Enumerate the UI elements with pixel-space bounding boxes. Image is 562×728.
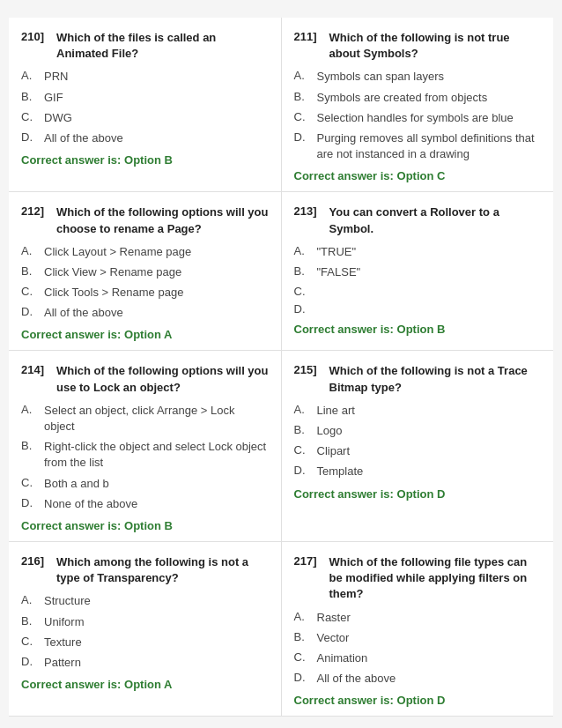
opt-letter: A.	[21, 69, 37, 82]
opt-text: Logo	[317, 423, 343, 439]
q211-num: 211]	[294, 30, 322, 62]
opt-letter: A.	[21, 403, 37, 416]
question-214: 214] Which of the following options will…	[9, 351, 282, 541]
q217-text: Which of the following file types can be…	[329, 554, 542, 603]
q216-options: A. Structure B. Uniform C. Texture D. Pa…	[21, 593, 269, 671]
question-215: 215] Which of the following is not a Tra…	[282, 351, 554, 541]
opt-letter: C.	[294, 285, 310, 298]
option-row: D. All of the above	[21, 130, 269, 146]
q210-options: A. PRN B. GIF C. DWG D. All of the above	[21, 69, 269, 146]
option-row: C. Texture	[21, 635, 269, 650]
opt-text: Animation	[317, 650, 368, 666]
question-212: 212] Which of the following options will…	[9, 192, 282, 350]
opt-text: PRN	[44, 69, 68, 85]
opt-text: Vector	[317, 630, 350, 646]
option-row: A. Raster	[294, 610, 542, 626]
opt-text: All of the above	[44, 305, 123, 321]
opt-letter: A.	[21, 244, 37, 257]
opt-letter: B.	[294, 630, 310, 643]
q210-header: 210] Which of the files is called an Ani…	[21, 30, 269, 62]
opt-text: Click Tools > Rename page	[44, 285, 183, 301]
opt-letter: C.	[21, 635, 37, 648]
opt-letter: C.	[21, 476, 37, 489]
opt-text: Structure	[44, 593, 91, 609]
opt-text: Click View > Rename page	[44, 264, 181, 280]
opt-letter: D.	[21, 130, 37, 144]
opt-letter: B.	[21, 439, 37, 452]
q217-options: A. Raster B. Vector C. Animation D. All …	[294, 610, 542, 687]
q213-header: 213] You can convert a Rollover to a Sym…	[294, 204, 542, 236]
q214-header: 214] Which of the following options will…	[21, 363, 269, 395]
opt-letter: C.	[294, 650, 310, 664]
question-216: 216] Which among the following is not a …	[9, 542, 282, 716]
option-row: D. None of the above	[21, 496, 269, 512]
question-213: 213] You can convert a Rollover to a Sym…	[282, 192, 554, 350]
option-row: D. Pattern	[21, 655, 269, 671]
option-row: B. GIF	[21, 90, 269, 106]
opt-letter: B.	[21, 264, 37, 278]
option-row: D.	[294, 302, 542, 316]
option-row: A. Click Layout > Rename page	[21, 244, 269, 260]
option-row: C. DWG	[21, 110, 269, 126]
opt-letter: A.	[294, 610, 310, 623]
opt-letter: A.	[21, 593, 37, 606]
opt-text: Symbols can span layers	[317, 69, 445, 85]
q211-text: Which of the following is not true about…	[329, 30, 542, 62]
option-row: D. All of the above	[21, 305, 269, 321]
opt-text: DWG	[44, 110, 72, 126]
q213-options: A. "TRUE" B. "FALSE" C. D.	[294, 244, 542, 316]
option-row: C. Selection handles for symbols are blu…	[294, 110, 542, 126]
q213-num: 213]	[294, 204, 322, 236]
q216-correct: Correct answer is: Option A	[21, 678, 269, 691]
option-row: C. Animation	[294, 650, 542, 666]
option-row: A. Line art	[294, 403, 542, 419]
q216-text: Which among the following is not a type …	[56, 554, 269, 586]
q211-options: A. Symbols can span layers B. Symbols ar…	[294, 69, 542, 162]
q215-header: 215] Which of the following is not a Tra…	[294, 363, 542, 395]
opt-text: Texture	[44, 635, 82, 650]
opt-text: Clipart	[317, 443, 351, 459]
opt-letter: D.	[294, 130, 310, 144]
opt-text: Symbols are created from objects	[317, 90, 488, 106]
option-row: D. Purging removes all symbol definition…	[294, 130, 542, 162]
opt-letter: D.	[21, 655, 37, 668]
opt-letter: D.	[294, 671, 310, 684]
option-row: C.	[294, 285, 542, 298]
opt-text: GIF	[44, 90, 63, 106]
q216-num: 216]	[21, 554, 49, 586]
opt-text: Purging removes all symbol definitions t…	[317, 130, 542, 162]
question-row-2: 212] Which of the following options will…	[9, 192, 553, 351]
option-row: B. Uniform	[21, 614, 269, 630]
option-row: A. PRN	[21, 69, 269, 85]
opt-letter: A.	[294, 69, 310, 82]
opt-text: All of the above	[44, 130, 123, 146]
q211-correct: Correct answer is: Option C	[294, 169, 542, 182]
q214-num: 214]	[21, 363, 49, 395]
q214-correct: Correct answer is: Option B	[21, 519, 269, 532]
opt-text: None of the above	[44, 496, 137, 512]
question-row-3: 214] Which of the following options will…	[9, 351, 553, 542]
option-row: A. "TRUE"	[294, 244, 542, 260]
q213-correct: Correct answer is: Option B	[294, 323, 542, 336]
opt-letter: C.	[294, 443, 310, 457]
q215-text: Which of the following is not a Trace Bi…	[329, 363, 542, 395]
option-row: B. Right-click the object and select Loc…	[21, 439, 269, 471]
opt-letter: A.	[294, 403, 310, 416]
option-row: B. Symbols are created from objects	[294, 90, 542, 106]
opt-text: Raster	[317, 610, 351, 626]
quiz-page: 210] Which of the files is called an Ani…	[9, 18, 553, 717]
opt-text: Select an object, click Arrange > Lock o…	[44, 403, 269, 435]
opt-text: Both a and b	[44, 476, 109, 492]
question-217: 217] Which of the following file types c…	[282, 542, 554, 716]
opt-letter: B.	[21, 614, 37, 628]
q210-num: 210]	[21, 30, 49, 62]
opt-letter: D.	[21, 305, 37, 318]
opt-text: Line art	[317, 403, 355, 419]
opt-text: Template	[317, 464, 364, 479]
q215-num: 215]	[294, 363, 322, 395]
opt-letter: B.	[21, 90, 37, 103]
option-row: B. Vector	[294, 630, 542, 646]
option-row: A. Symbols can span layers	[294, 69, 542, 85]
option-row: A. Structure	[21, 593, 269, 609]
opt-letter: D.	[294, 302, 310, 316]
